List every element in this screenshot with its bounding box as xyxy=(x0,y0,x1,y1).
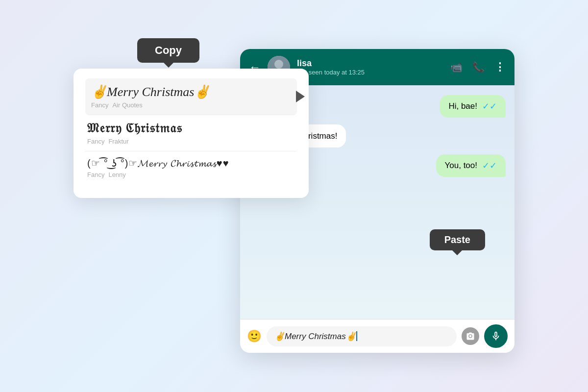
paste-tooltip[interactable]: Paste xyxy=(430,229,485,250)
tag-fancy-3: Fancy xyxy=(87,171,104,178)
user-info: lisa last seen today at 13:25 xyxy=(297,58,443,76)
message-input-container[interactable]: ✌️Merry Christmas✌️ xyxy=(267,326,457,346)
tag-lenny: Lenny xyxy=(108,171,125,178)
more-options-icon[interactable]: ⋮ xyxy=(494,61,506,74)
fancy-text-lenny-text: (☞ ͡° ͜ʖ ͡°)☞𝓜𝓮𝓻𝓻𝔂 𝓒𝓱𝓻𝓲𝓼𝓽𝓶𝓪𝓼♥♥ xyxy=(87,157,295,169)
microphone-icon xyxy=(490,331,501,342)
tag-air-quotes: Air Quotes xyxy=(112,101,142,109)
phone-call-icon[interactable]: 📞 xyxy=(472,61,485,73)
fancy-text-fraktur-text: 𝔐𝔢𝔯𝔯𝔶 ℭ𝔥𝔯𝔦𝔰𝔱𝔪𝔞𝔰 xyxy=(87,121,295,136)
message-bubble-you-too: You, too! ✓✓ xyxy=(436,154,506,177)
copy-tooltip[interactable]: Copy xyxy=(137,38,199,63)
message-text-you-too: You, too! xyxy=(445,161,478,171)
camera-button[interactable] xyxy=(462,327,479,345)
emoji-button[interactable]: 🙂 xyxy=(247,329,262,343)
last-seen-status: last seen today at 13:25 xyxy=(297,69,443,76)
microphone-button[interactable] xyxy=(484,324,508,348)
input-bar: 🙂 ✌️Merry Christmas✌️ xyxy=(240,319,514,353)
active-arrow-icon xyxy=(296,91,305,102)
fancy-item-air-quotes[interactable]: ✌️Merry Christmas✌️ Fancy Air Quotes xyxy=(85,78,297,115)
contact-name: lisa xyxy=(297,58,443,69)
text-cursor xyxy=(356,331,357,341)
tag-fraktur: Fraktur xyxy=(108,138,128,145)
fancy-tags-fraktur: Fancy Fraktur xyxy=(87,138,295,145)
message-text-hi-bae: Hi, bae! xyxy=(448,101,477,111)
camera-icon xyxy=(466,332,475,341)
tag-fancy-1: Fancy xyxy=(91,101,108,109)
fancy-tags-air-quotes: Fancy Air Quotes xyxy=(91,101,291,109)
read-receipt-2: ✓✓ xyxy=(482,160,497,171)
video-call-icon[interactable]: 📹 xyxy=(450,61,463,73)
fancy-item-lenny[interactable]: (☞ ͡° ͜ʖ ͡°)☞𝓜𝓮𝓻𝓻𝔂 𝓒𝓱𝓻𝓲𝓼𝓽𝓶𝓪𝓼♥♥ Fancy Len… xyxy=(85,151,297,184)
fancy-tags-lenny: Fancy Lenny xyxy=(87,171,295,178)
read-receipt-1: ✓✓ xyxy=(482,101,497,112)
tag-fancy-2: Fancy xyxy=(87,138,104,145)
fancy-item-fraktur[interactable]: 𝔐𝔢𝔯𝔯𝔶 ℭ𝔥𝔯𝔦𝔰𝔱𝔪𝔞𝔰 Fancy Fraktur xyxy=(85,115,297,151)
header-icons: 📹 📞 ⋮ xyxy=(450,61,506,74)
input-text-value: ✌️Merry Christmas✌️ xyxy=(274,331,356,342)
message-bubble-hi-bae: Hi, bae! ✓✓ xyxy=(440,95,506,118)
fancy-text-panel: Copy ✌️Merry Christmas✌️ Fancy Air Quote… xyxy=(74,69,309,198)
svg-point-1 xyxy=(274,60,283,69)
fancy-text-air-quotes-text: ✌️Merry Christmas✌️ xyxy=(91,84,291,99)
